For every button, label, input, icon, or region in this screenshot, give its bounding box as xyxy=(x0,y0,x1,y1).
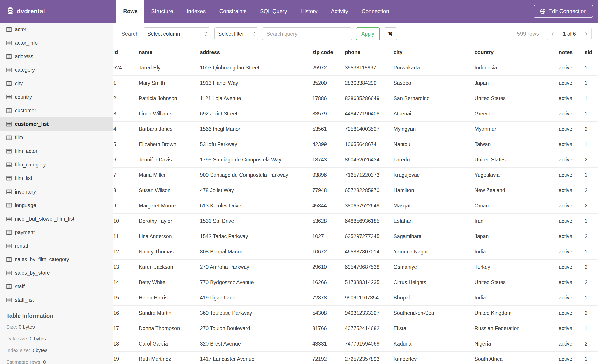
table-row[interactable]: 5Elizabeth Brown53 Idfu Parkway423991065… xyxy=(113,137,598,152)
table-row[interactable]: 16Sandra Martin360 Toulouse Parkway54308… xyxy=(113,305,598,321)
cell-phone[interactable]: 990911107354 xyxy=(345,290,394,305)
cell-city[interactable]: Yamuna Nagar xyxy=(394,244,474,259)
tab-history[interactable]: History xyxy=(294,0,324,23)
clear-search-button[interactable]: ✖ xyxy=(384,27,397,40)
cell-notes[interactable]: active xyxy=(559,121,585,137)
cell-name[interactable]: Jared Ely xyxy=(139,60,200,75)
cell-city[interactable]: Esfahan xyxy=(394,213,474,229)
cell-name[interactable]: Linda Williams xyxy=(139,106,200,121)
sidebar-item-language[interactable]: language xyxy=(0,198,113,212)
tab-constraints[interactable]: Constraints xyxy=(212,0,253,23)
cell-address[interactable]: 613 Korolev Drive xyxy=(200,198,312,213)
cell-sid[interactable]: 2 xyxy=(585,152,598,167)
table-row[interactable]: 17Donna Thompson270 Toulon Boulevard8176… xyxy=(113,321,598,336)
cell-address[interactable]: 270 Toulon Boulevard xyxy=(200,321,312,336)
cell-address[interactable]: 419 Iligan Lane xyxy=(200,290,312,305)
cell-notes[interactable]: active xyxy=(559,91,585,106)
cell-sid[interactable]: 2 xyxy=(585,198,598,213)
cell-city[interactable]: Purwakarta xyxy=(394,60,474,75)
cell-notes[interactable]: active xyxy=(559,336,585,351)
cell-notes[interactable]: active xyxy=(559,167,585,183)
cell-country[interactable]: United Kingdom xyxy=(474,305,559,321)
cell-notes[interactable]: active xyxy=(559,75,585,91)
cell-city[interactable]: Masqat xyxy=(394,198,474,213)
cell-id[interactable]: 14 xyxy=(113,275,139,290)
cell-id[interactable]: 16 xyxy=(113,305,139,321)
prev-page-button[interactable]: ‹ xyxy=(547,27,558,40)
cell-notes[interactable]: active xyxy=(559,290,585,305)
column-header-id[interactable]: id xyxy=(113,45,139,60)
cell-city[interactable]: Kaduna xyxy=(394,336,474,351)
sidebar-item-staff_list[interactable]: staff_list xyxy=(0,293,113,307)
table-row[interactable]: 4Barbara Jones1566 Inegl Manor5356170581… xyxy=(113,121,598,137)
cell-sid[interactable]: 1 xyxy=(585,75,598,91)
cell-name[interactable]: Betty White xyxy=(139,275,200,290)
cell-zip-code[interactable]: 53628 xyxy=(312,213,345,229)
cell-id[interactable]: 8 xyxy=(113,183,139,198)
cell-zip-code[interactable]: 53561 xyxy=(312,121,345,137)
cell-address[interactable]: 1003 Qinhuangdao Street xyxy=(200,60,312,75)
cell-id[interactable]: 6 xyxy=(113,152,139,167)
column-header-address[interactable]: address xyxy=(200,45,312,60)
cell-id[interactable]: 1 xyxy=(113,75,139,91)
cell-notes[interactable]: active xyxy=(559,305,585,321)
cell-address[interactable]: 270 Amroha Parkway xyxy=(200,259,312,275)
cell-phone[interactable]: 747791594069 xyxy=(345,336,394,351)
cell-sid[interactable]: 1 xyxy=(585,60,598,75)
cell-name[interactable]: Elizabeth Brown xyxy=(139,137,200,152)
cell-phone[interactable]: 517338314235 xyxy=(345,275,394,290)
sidebar-item-film[interactable]: film xyxy=(0,131,113,144)
cell-sid[interactable]: 1 xyxy=(585,244,598,259)
cell-zip-code[interactable]: 72192 xyxy=(312,351,345,364)
cell-id[interactable]: 19 xyxy=(113,351,139,364)
table-row[interactable]: 8Susan Wilson478 Joliet Way7794865728228… xyxy=(113,183,598,198)
sidebar-item-customer[interactable]: customer xyxy=(0,104,113,117)
table-row[interactable]: 14Betty White770 Bydgoszcz Avenue1626651… xyxy=(113,275,598,290)
cell-zip-code[interactable]: 17886 xyxy=(312,91,345,106)
cell-phone[interactable]: 635297277345 xyxy=(345,229,394,244)
next-page-button[interactable]: › xyxy=(581,27,592,40)
sidebar-item-actor_info[interactable]: actor_info xyxy=(0,36,113,50)
cell-zip-code[interactable]: 18743 xyxy=(312,152,345,167)
table-row[interactable]: 19Ruth Martinez1417 Lancaster Avenue7219… xyxy=(113,351,598,364)
cell-city[interactable]: Southend-on-Sea xyxy=(394,305,474,321)
cell-name[interactable]: Donna Thompson xyxy=(139,321,200,336)
cell-sid[interactable]: 2 xyxy=(585,259,598,275)
sidebar-item-category[interactable]: category xyxy=(0,63,113,77)
cell-notes[interactable]: active xyxy=(559,244,585,259)
cell-sid[interactable]: 1 xyxy=(585,351,598,364)
cell-country[interactable]: Yugoslavia xyxy=(474,167,559,183)
cell-id[interactable]: 13 xyxy=(113,259,139,275)
cell-phone[interactable]: 465887807014 xyxy=(345,244,394,259)
cell-city[interactable]: Nantou xyxy=(394,137,474,152)
cell-country[interactable]: United States xyxy=(474,275,559,290)
cell-address[interactable]: 1121 Loja Avenue xyxy=(200,91,312,106)
cell-address[interactable]: 808 Bhopal Manor xyxy=(200,244,312,259)
sidebar-item-film_actor[interactable]: film_actor xyxy=(0,144,113,158)
cell-phone[interactable]: 407752414682 xyxy=(345,321,394,336)
cell-zip-code[interactable]: 25972 xyxy=(312,60,345,75)
cell-country[interactable]: Oman xyxy=(474,198,559,213)
cell-sid[interactable]: 2 xyxy=(585,275,598,290)
cell-name[interactable]: Jennifer Davis xyxy=(139,152,200,167)
tab-structure[interactable]: Structure xyxy=(144,0,180,23)
cell-phone[interactable]: 448477190408 xyxy=(345,106,394,121)
cell-phone[interactable]: 716571220373 xyxy=(345,167,394,183)
cell-notes[interactable]: active xyxy=(559,183,585,198)
cell-name[interactable]: Susan Wilson xyxy=(139,183,200,198)
cell-notes[interactable]: active xyxy=(559,259,585,275)
cell-sid[interactable]: 1 xyxy=(585,106,598,121)
column-header-country[interactable]: country xyxy=(474,45,559,60)
cell-address[interactable]: 53 Idfu Parkway xyxy=(200,137,312,152)
cell-notes[interactable]: active xyxy=(559,351,585,364)
cell-notes[interactable]: active xyxy=(559,275,585,290)
tab-rows[interactable]: Rows xyxy=(116,0,144,23)
search-query-input[interactable] xyxy=(262,27,352,40)
cell-id[interactable]: 11 xyxy=(113,229,139,244)
cell-phone[interactable]: 272572357893 xyxy=(345,351,394,364)
table-row[interactable]: 2Patricia Johnson1121 Loja Avenue1788683… xyxy=(113,91,598,106)
cell-id[interactable]: 524 xyxy=(113,60,139,75)
cell-zip-code[interactable]: 45844 xyxy=(312,198,345,213)
cell-name[interactable]: Ruth Martinez xyxy=(139,351,200,364)
cell-country[interactable]: Turkey xyxy=(474,259,559,275)
